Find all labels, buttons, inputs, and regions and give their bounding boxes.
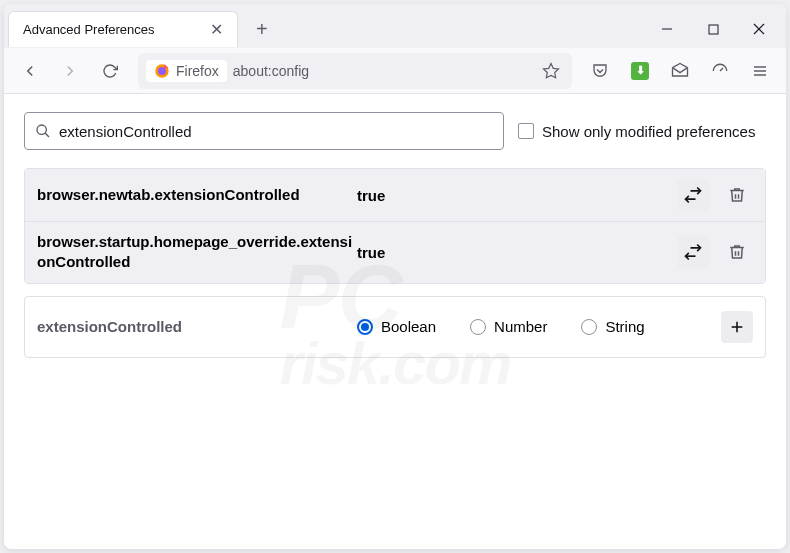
- pref-actions: [677, 236, 753, 268]
- radio-label: Number: [494, 318, 547, 335]
- radio-label: Boolean: [381, 318, 436, 335]
- preference-row[interactable]: browser.newtab.extensionControlledtrue: [25, 169, 765, 221]
- toggle-icon[interactable]: [677, 236, 709, 268]
- bookmark-star-icon[interactable]: [538, 58, 564, 84]
- radio-boolean[interactable]: Boolean: [357, 318, 436, 335]
- reload-button[interactable]: [92, 53, 128, 89]
- about-config-content: Show only modified preferences browser.n…: [4, 94, 786, 549]
- dashboard-icon[interactable]: [702, 53, 738, 89]
- url-bar[interactable]: Firefox about:config: [138, 53, 572, 89]
- app-menu-button[interactable]: [742, 53, 778, 89]
- close-tab-icon[interactable]: ✕: [206, 18, 227, 42]
- firefox-icon: [154, 63, 170, 79]
- radio-label: String: [605, 318, 644, 335]
- browser-window: Advanced Preferences ✕ + Firefox about:c…: [4, 4, 786, 549]
- forward-button[interactable]: [52, 53, 88, 89]
- navigation-toolbar: Firefox about:config ⬇: [4, 48, 786, 94]
- pref-actions: [677, 179, 753, 211]
- back-button[interactable]: [12, 53, 48, 89]
- radio-string[interactable]: String: [581, 318, 644, 335]
- tab-title: Advanced Preferences: [23, 22, 206, 37]
- pocket-icon[interactable]: [582, 53, 618, 89]
- search-row: Show only modified preferences: [24, 112, 766, 150]
- new-pref-name: extensionControlled: [37, 318, 357, 335]
- url-text: about:config: [233, 63, 309, 79]
- tab-bar: Advanced Preferences ✕ +: [4, 4, 786, 48]
- search-input[interactable]: [59, 123, 493, 140]
- svg-point-11: [37, 125, 46, 134]
- pref-value: true: [357, 187, 677, 204]
- search-box[interactable]: [24, 112, 504, 150]
- preference-list: browser.newtab.extensionControlledtruebr…: [24, 168, 766, 284]
- toggle-icon[interactable]: [677, 179, 709, 211]
- type-radio-group: BooleanNumberString: [357, 318, 721, 335]
- radio-icon: [470, 319, 486, 335]
- svg-marker-6: [544, 63, 559, 77]
- identity-box[interactable]: Firefox: [146, 60, 227, 82]
- preference-row[interactable]: browser.startup.homepage_override.extens…: [25, 221, 765, 283]
- new-tab-button[interactable]: +: [248, 13, 276, 45]
- modified-only-toggle[interactable]: Show only modified preferences: [518, 123, 755, 140]
- pref-value: true: [357, 244, 677, 261]
- mail-icon[interactable]: [662, 53, 698, 89]
- delete-icon[interactable]: [721, 179, 753, 211]
- identity-label: Firefox: [176, 63, 219, 79]
- svg-line-12: [45, 133, 49, 137]
- modified-only-label: Show only modified preferences: [542, 123, 755, 140]
- minimize-button[interactable]: [644, 11, 690, 47]
- svg-rect-1: [709, 25, 718, 34]
- search-icon: [35, 123, 51, 139]
- radio-icon: [581, 319, 597, 335]
- maximize-button[interactable]: [690, 11, 736, 47]
- svg-line-7: [720, 68, 723, 71]
- checkbox-icon: [518, 123, 534, 139]
- add-button[interactable]: [721, 311, 753, 343]
- radio-number[interactable]: Number: [470, 318, 547, 335]
- new-preference-row: extensionControlled BooleanNumberString: [24, 296, 766, 358]
- extension-icon[interactable]: ⬇: [622, 53, 658, 89]
- radio-icon: [357, 319, 373, 335]
- pref-name: browser.newtab.extensionControlled: [37, 185, 357, 205]
- window-controls: [644, 11, 782, 47]
- browser-tab[interactable]: Advanced Preferences ✕: [8, 11, 238, 47]
- pref-name: browser.startup.homepage_override.extens…: [37, 232, 357, 273]
- svg-point-5: [158, 67, 166, 75]
- delete-icon[interactable]: [721, 236, 753, 268]
- close-window-button[interactable]: [736, 11, 782, 47]
